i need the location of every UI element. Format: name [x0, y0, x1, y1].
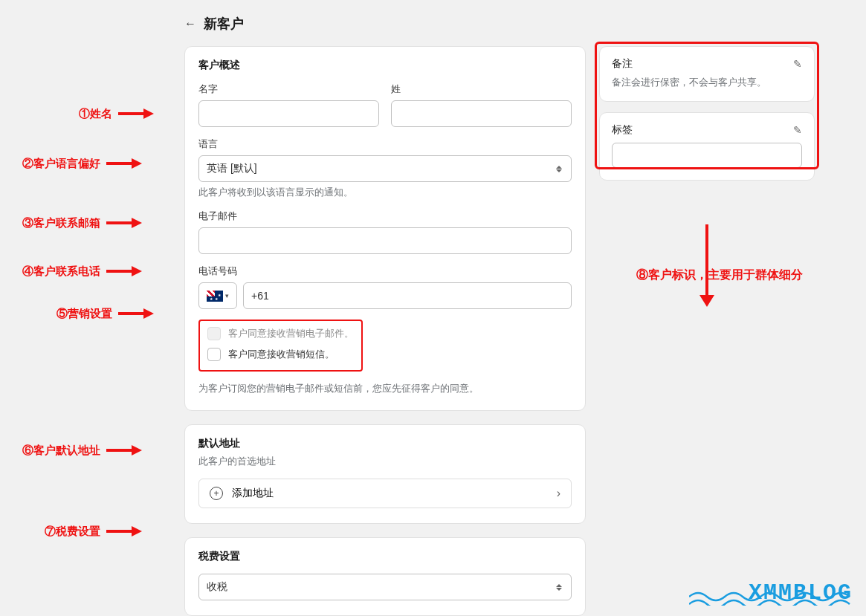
flag-au-icon: ★ ★ ★ — [207, 291, 223, 302]
first-name-label: 名字 — [198, 82, 379, 96]
marketing-highlight-box: 客户同意接收营销电子邮件。 客户同意接收营销短信。 — [198, 320, 363, 372]
notes-heading: 备注 — [612, 57, 633, 71]
svg-marker-7 — [132, 266, 142, 276]
svg-marker-3 — [132, 158, 142, 169]
language-value: 英语 [默认] — [207, 162, 257, 175]
annot-1: ①姓名 — [79, 106, 154, 121]
arrow-right-icon — [117, 106, 154, 121]
arrow-right-icon — [105, 443, 142, 458]
add-address-label: 添加地址 — [232, 487, 274, 500]
back-arrow-icon[interactable]: ← — [184, 17, 196, 30]
card-address: 默认地址 此客户的首选地址 + 添加地址 › — [184, 424, 586, 524]
last-name-label: 姓 — [391, 82, 572, 96]
svg-marker-9 — [143, 308, 154, 319]
annot-6: ⑥客户默认地址 — [22, 443, 142, 458]
last-name-input[interactable] — [391, 100, 572, 127]
email-input[interactable] — [198, 227, 572, 254]
annot-7: ⑦税费设置 — [45, 524, 142, 539]
overview-heading: 客户概述 — [198, 59, 572, 72]
arrow-right-icon — [117, 306, 154, 321]
marketing-email-checkbox — [207, 327, 221, 340]
tags-heading: 标签 — [612, 123, 633, 137]
annot-3: ③客户联系邮箱 — [22, 215, 142, 230]
svg-marker-5 — [132, 218, 142, 228]
card-tags: 标签 ✎ — [599, 112, 815, 181]
country-code-select[interactable]: ★ ★ ★ ▾ — [198, 282, 237, 309]
annot-2: ②客户语言偏好 — [22, 156, 142, 171]
annot-4: ④客户联系电话 — [22, 264, 142, 279]
annot-8: ⑧客户标识，主要用于群体细分 — [608, 268, 831, 283]
svg-marker-11 — [132, 445, 142, 455]
tax-value: 收税 — [207, 580, 227, 594]
marketing-email-label: 客户同意接收营销电子邮件。 — [228, 327, 354, 340]
pencil-icon[interactable]: ✎ — [793, 58, 802, 70]
page-title: 新客户 — [204, 15, 244, 33]
email-label: 电子邮件 — [198, 210, 572, 223]
tags-input[interactable] — [612, 143, 802, 168]
svg-marker-1 — [143, 108, 154, 119]
arrow-right-icon — [105, 156, 142, 171]
pencil-icon[interactable]: ✎ — [793, 124, 802, 136]
address-heading: 默认地址 — [198, 437, 572, 450]
arrow-right-icon — [105, 264, 142, 279]
footer-watermark: XMMBLOG — [749, 580, 853, 606]
notes-desc: 备注会进行保密，不会与客户共享。 — [612, 77, 802, 89]
chevron-down-icon: ▾ — [225, 292, 229, 299]
annot-5: ⑤营销设置 — [56, 306, 154, 321]
language-hint: 此客户将收到以该语言显示的通知。 — [198, 187, 572, 199]
phone-label: 电话号码 — [198, 265, 572, 278]
tax-heading: 税费设置 — [198, 550, 572, 563]
add-address-button[interactable]: + 添加地址 › — [198, 479, 572, 508]
consent-note: 为客户订阅您的营销电子邮件或短信前，您应先征得客户的同意。 — [198, 382, 572, 395]
phone-input[interactable] — [243, 282, 572, 309]
address-sub: 此客户的首选地址 — [198, 455, 572, 468]
language-select[interactable]: 英语 [默认] — [198, 155, 572, 182]
card-notes: 备注 ✎ 备注会进行保密，不会与客户共享。 — [599, 46, 815, 102]
chevron-right-icon: › — [557, 487, 560, 500]
card-overview: 客户概述 名字 姓 语言 英语 [默认] — [184, 46, 586, 411]
first-name-input[interactable] — [198, 100, 379, 127]
plus-circle-icon: + — [210, 487, 223, 500]
arrow-right-icon — [105, 524, 142, 539]
marketing-sms-checkbox[interactable] — [207, 348, 221, 361]
arrow-right-icon — [105, 215, 142, 230]
card-tax: 税费设置 收税 — [184, 537, 586, 616]
tax-select[interactable]: 收税 — [198, 574, 572, 600]
marketing-sms-label: 客户同意接收营销短信。 — [228, 348, 335, 361]
language-label: 语言 — [198, 137, 572, 151]
svg-marker-13 — [132, 526, 142, 536]
